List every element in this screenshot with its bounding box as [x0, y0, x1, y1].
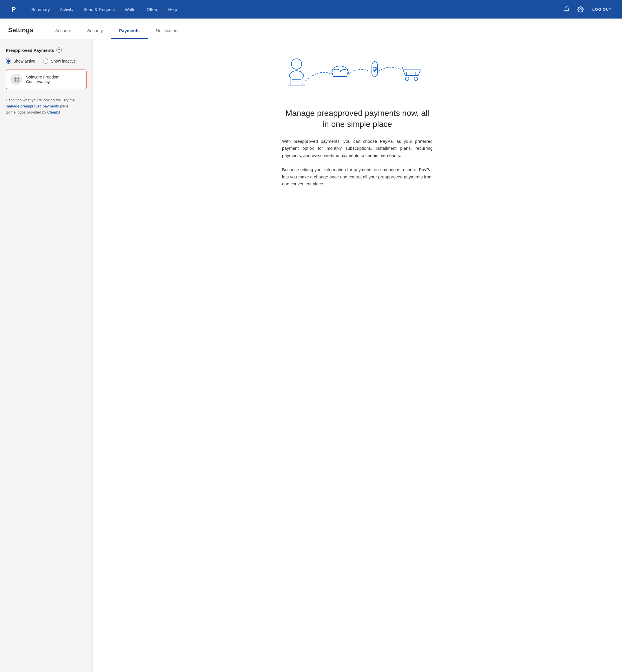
svg-rect-16	[333, 72, 347, 76]
main-layout: Preapproved Payments ? Show active Show …	[0, 39, 622, 672]
preapproved-payments-title: Preapproved Payments ?	[6, 47, 87, 53]
settings-page-title: Settings	[8, 26, 33, 39]
sidebar: Preapproved Payments ? Show active Show …	[0, 39, 93, 672]
manage-preapproved-payments-link[interactable]: manage preapproved payments	[6, 104, 59, 108]
bell-icon	[563, 6, 570, 12]
footer-text-before-link: Can't find what you're looking for? Try …	[6, 98, 75, 102]
svg-point-2	[580, 8, 582, 10]
tab-security[interactable]: Security	[79, 28, 111, 39]
nav-link-summary[interactable]: Summary	[27, 5, 54, 14]
nav-links: Summary Activity Send & Request Wallet O…	[27, 5, 562, 14]
sidebar-footer: Can't find what you're looking for? Try …	[6, 97, 87, 115]
svg-rect-3	[14, 77, 19, 82]
nav-link-send-request[interactable]: Send & Request	[79, 5, 119, 14]
tab-notifications[interactable]: Notifications	[148, 28, 187, 39]
tab-payments[interactable]: Payments	[111, 28, 148, 39]
payment-filter-radio-group: Show active Show inactive	[6, 59, 87, 64]
svg-point-20	[405, 77, 409, 80]
preapproved-payments-illustration	[282, 51, 433, 97]
show-inactive-label[interactable]: Show inactive	[43, 59, 76, 64]
help-icon[interactable]: ?	[57, 47, 62, 53]
content-paragraph-2: Because editing your information for pay…	[282, 166, 433, 188]
nav-link-wallet[interactable]: Wallet	[121, 5, 141, 14]
nav-link-help[interactable]: Help	[164, 5, 181, 14]
notifications-bell-button[interactable]	[562, 5, 571, 13]
show-active-label[interactable]: Show active	[6, 59, 35, 64]
nav-link-activity[interactable]: Activity	[56, 5, 78, 14]
top-navigation: P Summary Activity Send & Request Wallet…	[0, 0, 622, 19]
tab-account[interactable]: Account	[47, 28, 79, 39]
settings-header: Settings Account Security Payments Notif…	[0, 19, 622, 39]
svg-point-21	[414, 77, 418, 80]
main-content: Manage preapproved payments now, all in …	[93, 39, 622, 672]
illustration-container	[282, 51, 433, 99]
content-paragraph-1: With preapproved payments, you can choos…	[282, 138, 433, 159]
footer-logos-provided-text: Some logos provided by	[6, 110, 47, 114]
logout-button[interactable]: LOG OUT	[590, 6, 614, 13]
footer-text-after-link: page.	[59, 104, 69, 108]
show-inactive-radio[interactable]	[43, 59, 48, 64]
merchant-list-item[interactable]: Software Freedom Conservancy	[6, 69, 87, 89]
nav-link-offers[interactable]: Offers	[142, 5, 163, 14]
merchant-name: Software Freedom Conservancy	[26, 75, 82, 84]
settings-tabs: Account Security Payments Notifications	[47, 19, 187, 39]
svg-text:P: P	[11, 6, 16, 13]
content-heading: Manage preapproved payments now, all in …	[282, 108, 433, 130]
gear-icon	[578, 6, 584, 12]
paypal-logo[interactable]: P	[8, 4, 19, 15]
clearbit-link[interactable]: Clearbit	[47, 110, 60, 114]
svg-point-8	[291, 59, 302, 69]
building-icon	[13, 76, 20, 82]
show-active-radio[interactable]	[6, 59, 11, 64]
settings-gear-button[interactable]	[576, 5, 585, 13]
nav-right-controls: LOG OUT	[562, 5, 614, 13]
merchant-icon	[10, 74, 22, 85]
